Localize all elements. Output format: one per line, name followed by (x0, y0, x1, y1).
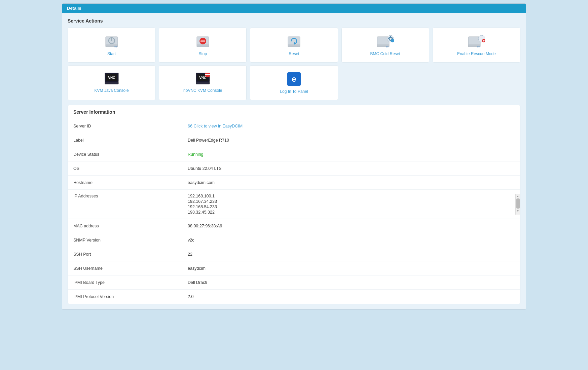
power-icon (104, 34, 119, 49)
stop-icon-area (195, 34, 210, 49)
reset-icon (287, 34, 301, 49)
hostname-label: Hostname (68, 176, 182, 189)
stop-button[interactable]: Stop (159, 28, 247, 63)
server-info-title: Server Information (68, 105, 520, 119)
label-value: Dell PowerEdge R710 (182, 133, 520, 147)
rescue-icon-area (468, 34, 485, 49)
ipmi-protocol-value: 2.0 (182, 290, 520, 304)
novnc-icon: VNC (195, 73, 210, 85)
ssh-port-label: SSH Port (68, 247, 182, 261)
service-actions-title: Service Actions (68, 18, 520, 24)
ip-scrollbar[interactable]: ▲ ▼ (515, 194, 520, 215)
title-bar: Details (62, 4, 526, 13)
kvm-java-button[interactable]: VNC KVM Java Console (68, 65, 155, 100)
service-actions-row1: Start Stop (68, 28, 520, 63)
device-status-row: Device Status Running (68, 147, 520, 161)
start-button[interactable]: Start (68, 28, 155, 63)
enable-rescue-label: Enable Rescue Mode (457, 51, 496, 56)
ssh-username-row: SSH Username easydcim (68, 261, 520, 275)
scrollbar-up-arrow[interactable]: ▲ (516, 194, 520, 198)
device-status-label: Device Status (68, 147, 182, 161)
panel-icon-area: e (287, 72, 301, 86)
ip-4: 198.32.45.322 (188, 210, 515, 215)
ipmi-protocol-label: IPMI Protocol Version (68, 290, 182, 304)
log-in-panel-label: Log In To Panel (280, 89, 308, 94)
ip-2: 192.167.34.233 (188, 199, 515, 204)
content-area: Service Actions Start (62, 13, 526, 309)
ip-addresses-row: IP Addresses 192.168.100.1 192.167.34.23… (68, 190, 520, 219)
server-info-section: Server Information Server ID 66 Click to… (68, 105, 520, 304)
server-id-row: Server ID 66 Click to view in EasyDCIM (68, 119, 520, 133)
enable-rescue-button[interactable]: Enable Rescue Mode (433, 28, 520, 63)
svg-point-19 (390, 36, 391, 37)
hostname-row: Hostname easydcim.com (68, 176, 520, 190)
snmp-version-value: v2c (182, 233, 520, 247)
stop-icon (195, 34, 210, 49)
svg-rect-39 (105, 82, 118, 84)
rescue-icon (468, 34, 485, 49)
svg-point-26 (389, 40, 390, 41)
panel-icon: e (287, 72, 301, 86)
stop-label: Stop (198, 51, 207, 56)
empty-cell-2 (433, 65, 520, 100)
svg-point-25 (392, 37, 393, 38)
ip-list: 192.168.100.1 192.167.34.233 192.168.54.… (188, 194, 515, 215)
ip-1: 192.168.100.1 (188, 194, 515, 198)
reset-button[interactable]: Reset (250, 28, 338, 63)
ssh-username-value: easydcim (182, 261, 520, 275)
svg-point-31 (478, 46, 480, 47)
server-id-link[interactable]: Click to view in EasyDCIM (193, 124, 243, 128)
server-id-value[interactable]: 66 Click to view in EasyDCIM (182, 119, 520, 133)
svg-text:e: e (292, 74, 296, 83)
service-actions-row2: VNC KVM Java Console VNC (68, 65, 520, 100)
novnc-button[interactable]: VNC noVNC KVM Console (159, 65, 247, 100)
log-in-panel-button[interactable]: e Log In To Panel (250, 65, 338, 100)
ipmi-board-row: IPMI Board Type Dell Drac9 (68, 275, 520, 290)
svg-point-23 (389, 37, 390, 38)
mac-address-label: MAC address (68, 219, 182, 233)
mac-address-row: MAC address 08:00:27:96:38:A6 (68, 219, 520, 233)
ip-addresses-label: IP Addresses (68, 190, 182, 202)
svg-point-21 (388, 38, 389, 39)
svg-point-5 (116, 46, 117, 47)
svg-point-30 (477, 46, 478, 47)
kvm-java-label: KVM Java Console (95, 88, 129, 93)
mac-address-value: 08:00:27:96:38:A6 (182, 219, 520, 233)
ssh-username-label: SSH Username (68, 261, 182, 275)
bmc-icon-area (376, 34, 394, 49)
bmc-cold-reset-button[interactable]: BMC Cold Reset (341, 28, 429, 63)
novnc-icon-area: VNC (195, 73, 210, 85)
ssh-port-value: 22 (182, 247, 520, 261)
server-id-number: 66 (188, 124, 193, 128)
kvm-java-icon: VNC (104, 73, 119, 85)
os-row: OS Ubuntu 22.04 LTS (68, 161, 520, 176)
hostname-value: easydcim.com (182, 176, 520, 189)
svg-point-16 (387, 46, 389, 47)
scrollbar-down-arrow[interactable]: ▼ (516, 209, 520, 213)
snmp-version-row: SNMP Version v2c (68, 233, 520, 247)
os-label: OS (68, 161, 182, 175)
ssh-port-row: SSH Port 22 (68, 247, 520, 261)
start-label: Start (107, 51, 116, 56)
svg-point-4 (114, 46, 116, 47)
scrollbar-thumb[interactable] (516, 198, 520, 209)
empty-cell-1 (341, 65, 429, 100)
label-field-label: Label (68, 133, 182, 147)
svg-text:VNC: VNC (199, 76, 206, 80)
novnc-label: noVNC KVM Console (183, 88, 222, 93)
reset-label: Reset (289, 51, 299, 56)
bmc-icon (376, 34, 394, 49)
start-icon-area (104, 34, 119, 49)
label-row: Label Dell PowerEdge R710 (68, 133, 520, 147)
device-status-value: Running (182, 147, 520, 161)
reset-icon-area (287, 34, 301, 49)
svg-rect-43 (196, 82, 210, 84)
ip-3: 192.168.54.233 (188, 205, 515, 209)
ipmi-protocol-row: IPMI Protocol Version 2.0 (68, 290, 520, 304)
kvm-java-icon-area: VNC (104, 73, 119, 85)
bmc-cold-reset-label: BMC Cold Reset (370, 51, 400, 56)
svg-text:VNC: VNC (108, 76, 115, 80)
svg-rect-7 (197, 45, 209, 47)
svg-rect-11 (288, 45, 300, 47)
server-id-label: Server ID (68, 119, 182, 133)
